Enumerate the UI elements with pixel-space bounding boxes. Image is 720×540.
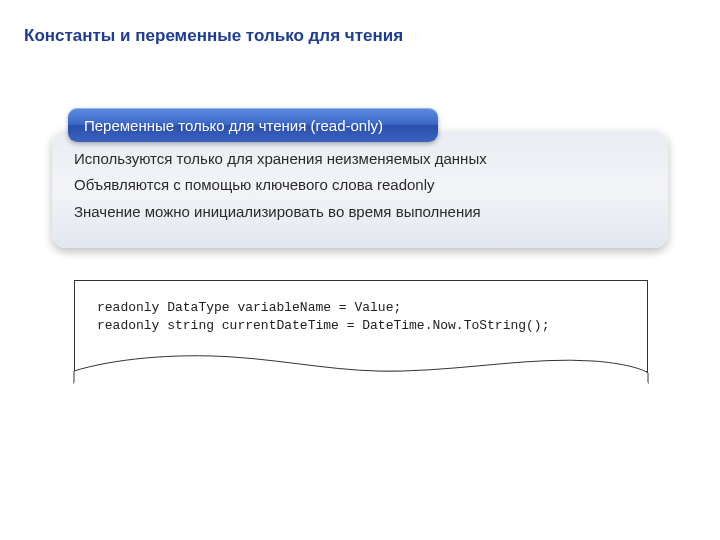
card-header: Переменные только для чтения (read-only) [68, 108, 438, 142]
slide-title: Константы и переменные только для чтения [24, 26, 403, 46]
info-line-2: Объявляются с помощью ключевого слова re… [74, 172, 648, 198]
card-header-label: Переменные только для чтения (read-only) [84, 117, 383, 134]
code-box: readonly DataType variableName = Value; … [74, 280, 648, 372]
info-line-3: Значение можно инициализировать во время… [74, 199, 648, 225]
code-text: readonly DataType variableName = Value; … [97, 299, 625, 335]
info-card: Используются только для хранения неизмен… [52, 130, 668, 248]
info-line-1: Используются только для хранения неизмен… [74, 146, 648, 172]
